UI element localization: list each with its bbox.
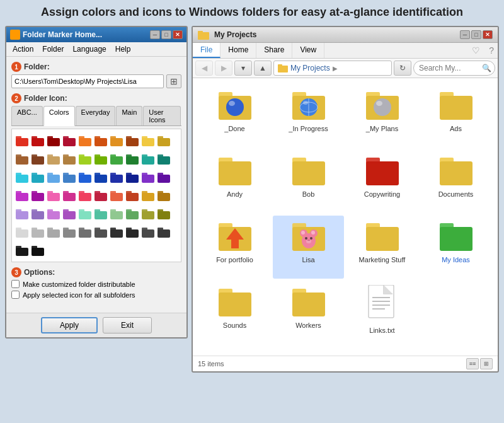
right-minimize-button[interactable]: ─ <box>460 30 470 39</box>
tab-main[interactable]: Main <box>116 106 142 125</box>
color-folder-darkgreen[interactable] <box>125 150 140 168</box>
color-folder-saddlebrown[interactable] <box>30 150 45 168</box>
tab-colors[interactable]: Colors <box>43 106 75 126</box>
color-folder-cornflower[interactable] <box>62 168 77 186</box>
color-folder-gold[interactable] <box>140 187 156 204</box>
tab-user-icons[interactable]: User Icons <box>143 106 181 125</box>
up-button[interactable]: ▲ <box>254 61 272 76</box>
color-folder-lavender[interactable] <box>14 205 30 223</box>
color-folder-darkorange[interactable] <box>93 132 108 149</box>
color-folder-pink[interactable] <box>46 187 61 204</box>
address-path[interactable]: My Projects ▶ <box>273 61 392 76</box>
color-folder-gold2[interactable] <box>156 132 171 149</box>
color-folder-medgreen[interactable] <box>125 205 140 223</box>
color-folder-sage[interactable] <box>109 205 124 223</box>
checkbox-distributable[interactable] <box>11 280 20 288</box>
tab-abc[interactable]: ABC... <box>11 106 43 125</box>
checkbox-subfolders[interactable] <box>11 291 20 299</box>
color-folder-chartreuse[interactable] <box>93 150 108 168</box>
color-folder-dkgray[interactable] <box>77 223 93 241</box>
color-folder-darkolive[interactable] <box>156 205 171 223</box>
color-folder-magenta[interactable] <box>14 187 30 204</box>
file-item[interactable]: Documents <box>420 150 491 213</box>
color-folder-crimson[interactable] <box>62 132 77 149</box>
file-item[interactable]: Andy <box>199 150 270 213</box>
color-folder-darkgold[interactable] <box>156 187 171 204</box>
color-folder-amber[interactable] <box>109 132 124 149</box>
color-folder-olive[interactable] <box>140 205 156 223</box>
color-folder-orange[interactable] <box>77 132 93 149</box>
color-folder-mint[interactable] <box>77 205 93 223</box>
color-folder-charcoal[interactable] <box>140 223 156 241</box>
forward-button[interactable]: ▶ <box>215 61 232 76</box>
tab-everyday[interactable]: Everyday <box>76 106 116 125</box>
color-folder-violet[interactable] <box>62 205 77 223</box>
grid-view-button[interactable]: ⊞ <box>480 358 493 369</box>
restore-button[interactable]: □ <box>161 30 171 39</box>
color-folder-rose[interactable] <box>77 187 93 204</box>
file-item[interactable]: Links.txt <box>346 281 418 349</box>
color-folder-slategray[interactable] <box>93 223 108 241</box>
close-button[interactable]: ✕ <box>173 30 183 39</box>
color-folder-darknavy[interactable] <box>125 168 140 186</box>
color-folder-navy[interactable] <box>109 168 124 186</box>
color-folder-brown[interactable] <box>14 150 30 168</box>
dropdown-button[interactable]: ▾ <box>234 61 252 76</box>
color-folder-khaki[interactable] <box>62 150 77 168</box>
color-folder-periwinkle[interactable] <box>30 205 45 223</box>
color-folder-gray[interactable] <box>46 223 61 241</box>
color-folder-hotpink[interactable] <box>62 187 77 204</box>
color-folder-coral[interactable] <box>109 187 124 204</box>
color-folder-black[interactable] <box>109 223 124 241</box>
color-folder-tan[interactable] <box>46 150 61 168</box>
color-folder-aquamarine[interactable] <box>93 205 108 223</box>
right-restore-button[interactable]: □ <box>471 30 481 39</box>
color-folder-green[interactable] <box>109 150 124 168</box>
color-folder-ltgray[interactable] <box>14 223 30 241</box>
color-folder-darkpurple[interactable] <box>156 168 171 186</box>
browse-button[interactable]: ⊞ <box>166 74 181 88</box>
color-folder-darkred[interactable] <box>46 132 61 149</box>
file-item[interactable]: Sounds <box>199 281 270 349</box>
color-folder-purple[interactable] <box>140 168 156 186</box>
file-item[interactable]: _In Progress <box>273 84 344 148</box>
color-folder-dimgray[interactable] <box>62 223 77 241</box>
color-folder-darkmagenta[interactable] <box>30 187 45 204</box>
color-folder-yellow[interactable] <box>140 132 156 149</box>
color-folder-cyan[interactable] <box>14 168 30 186</box>
back-button[interactable]: ◀ <box>195 61 213 76</box>
color-folder-darkteal[interactable] <box>156 150 171 168</box>
apply-button[interactable]: Apply <box>41 317 98 333</box>
color-folder-offblack[interactable] <box>30 241 45 259</box>
menu-help[interactable]: Help <box>112 43 135 55</box>
color-folder-lilac[interactable] <box>46 205 61 223</box>
color-folder-red[interactable] <box>14 132 30 149</box>
help-icon[interactable]: ? <box>485 43 498 58</box>
file-item[interactable]: _My Plans <box>346 84 418 148</box>
menu-action[interactable]: Action <box>9 43 37 55</box>
file-item[interactable]: My Ideas <box>420 216 491 279</box>
refresh-button[interactable]: ↻ <box>394 61 411 76</box>
file-item[interactable]: Ads <box>420 84 491 148</box>
menu-language[interactable]: Language <box>69 43 110 55</box>
right-close-button[interactable]: ✕ <box>483 30 493 39</box>
file-item[interactable]: Bob <box>273 150 344 213</box>
file-item[interactable]: Workers <box>273 281 344 349</box>
menu-folder[interactable]: Folder <box>38 43 67 55</box>
color-folder-darkcharcoal[interactable] <box>156 223 171 241</box>
color-folder-sky[interactable] <box>46 168 61 186</box>
color-folder-lightcyan[interactable] <box>30 168 45 186</box>
folder-path-input[interactable] <box>11 74 164 88</box>
file-item[interactable]: _Done <box>199 84 270 148</box>
color-folder-teal[interactable] <box>140 150 156 168</box>
file-item[interactable]: Marketing Stuff <box>346 216 418 279</box>
ribbon-tab-home[interactable]: Home <box>220 43 256 58</box>
color-folder-burnt[interactable] <box>125 132 140 149</box>
list-view-button[interactable]: ≡≡ <box>466 358 479 369</box>
file-item[interactable]: For portfolio <box>199 216 270 279</box>
color-folder-darkrose[interactable] <box>93 187 108 204</box>
color-folder-black2[interactable] <box>14 241 30 259</box>
color-folder-silver[interactable] <box>30 223 45 241</box>
color-folder-red2[interactable] <box>30 132 45 149</box>
file-item[interactable]: Copywriting <box>346 150 418 213</box>
